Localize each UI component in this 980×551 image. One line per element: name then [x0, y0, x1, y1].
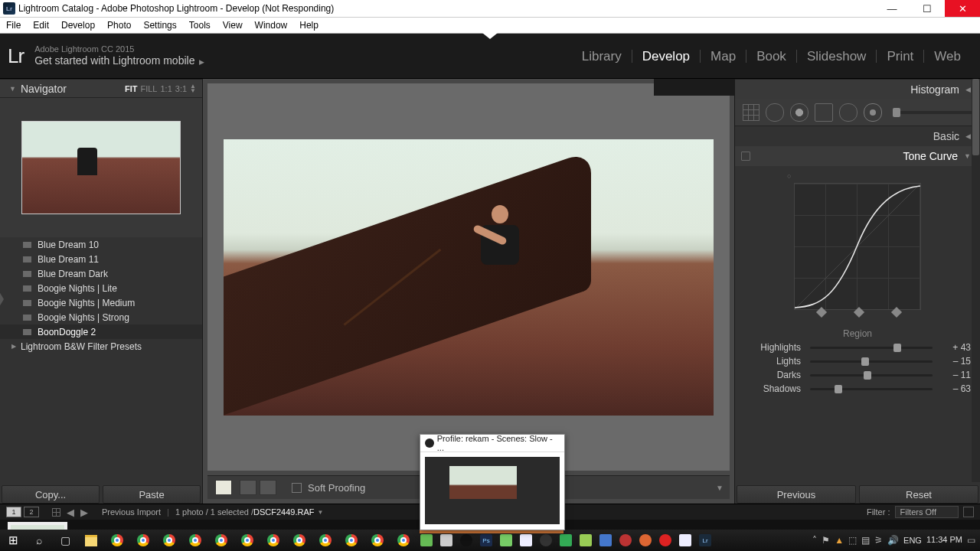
photo-canvas[interactable]	[224, 139, 714, 416]
search-button[interactable]: ⌕	[26, 530, 52, 551]
spot-tool-icon[interactable]	[766, 103, 784, 122]
shadows-slider[interactable]	[810, 388, 933, 390]
paste-button[interactable]: Paste	[103, 485, 201, 504]
radial-filter-icon[interactable]	[839, 103, 858, 122]
darks-value[interactable]: – 11	[937, 370, 971, 380]
task-icon[interactable]	[635, 530, 655, 551]
module-develop[interactable]: Develop	[632, 50, 701, 63]
zoom-fit[interactable]: FIT	[125, 84, 138, 93]
zoom-fill[interactable]: FILL	[140, 84, 157, 93]
redeye-tool-icon[interactable]	[790, 103, 808, 122]
brush-size-slider[interactable]	[893, 111, 972, 114]
module-print[interactable]: Print	[877, 50, 924, 63]
preset-item[interactable]: Blue Dream 11	[0, 252, 202, 266]
preset-folder[interactable]: ▶Lightroom B&W Filter Presets	[0, 339, 202, 354]
navigator-thumbnail[interactable]	[21, 121, 181, 214]
file-explorer-icon[interactable]	[78, 530, 104, 551]
brush-tool-icon[interactable]	[864, 103, 882, 122]
chrome-icon[interactable]	[312, 530, 338, 551]
chrome-icon[interactable]	[260, 530, 286, 551]
right-scrollbar[interactable]	[972, 79, 980, 482]
task-icon[interactable]	[616, 530, 635, 551]
nav-forward-icon[interactable]: ▶	[77, 507, 91, 518]
menu-view[interactable]: View	[217, 18, 249, 33]
module-library[interactable]: Library	[572, 50, 632, 63]
action-center-icon[interactable]: ▭	[967, 535, 975, 546]
menu-settings[interactable]: Settings	[137, 18, 182, 33]
source-label[interactable]: Previous Import	[102, 507, 161, 517]
lightroom-task-icon[interactable]: Lr	[695, 530, 715, 551]
left-panel-handle[interactable]	[0, 292, 4, 307]
before-after-split-button[interactable]	[260, 480, 276, 495]
tone-curve-target-icon[interactable]	[741, 152, 750, 161]
menu-develop[interactable]: Develop	[55, 18, 101, 33]
chrome-icon[interactable]	[364, 530, 390, 551]
zoom-stepper-icon[interactable]: ▲▼	[190, 84, 196, 93]
chrome-icon[interactable]	[234, 530, 260, 551]
menu-photo[interactable]: Photo	[101, 18, 137, 33]
task-icon[interactable]	[596, 530, 616, 551]
filter-lock-icon[interactable]	[963, 507, 974, 517]
task-icon[interactable]	[576, 530, 596, 551]
tone-curve-graph[interactable]	[794, 183, 921, 310]
wifi-icon[interactable]: ⚞	[874, 535, 883, 546]
filename-dropdown-icon[interactable]: ▼	[318, 509, 324, 516]
preset-item[interactable]: Blue Dream 10	[0, 237, 202, 252]
maximize-button[interactable]: ☐	[910, 0, 945, 17]
highlights-value[interactable]: + 43	[937, 342, 971, 353]
filter-dropdown[interactable]: Filters Off	[895, 506, 959, 518]
task-icon[interactable]	[675, 530, 695, 551]
grid-view-icon[interactable]	[52, 508, 60, 517]
module-map[interactable]: Map	[701, 50, 746, 63]
highlights-slider[interactable]	[810, 347, 933, 349]
tray-icon[interactable]: ▲	[835, 535, 844, 546]
menu-tools[interactable]: Tools	[183, 18, 217, 33]
minimize-button[interactable]: ―	[874, 0, 910, 17]
soft-proof-checkbox[interactable]	[292, 483, 302, 493]
menu-help[interactable]: Help	[293, 18, 325, 33]
chrome-icon[interactable]	[390, 530, 416, 551]
start-button[interactable]: ⊞	[0, 530, 26, 551]
shadows-value[interactable]: – 63	[937, 383, 971, 394]
top-panel-handle[interactable]	[482, 33, 498, 39]
mobile-prompt[interactable]: Get started with Lightroom mobile	[34, 54, 194, 67]
histogram-header[interactable]: Histogram ◀	[735, 79, 980, 99]
current-filename[interactable]: DSCF2449.RAF	[253, 507, 314, 517]
chrome-icon[interactable]	[130, 530, 156, 551]
tone-curve-panel-header[interactable]: Tone Curve ▼	[735, 146, 980, 166]
lights-slider[interactable]	[810, 360, 933, 363]
module-slideshow[interactable]: Slideshow	[797, 50, 877, 63]
navigator-header[interactable]: ▼ Navigator FIT FILL 1:1 3:1 ▲▼	[0, 79, 202, 98]
chrome-icon[interactable]	[208, 530, 234, 551]
previous-button[interactable]: Previous	[737, 485, 856, 504]
menu-edit[interactable]: Edit	[27, 18, 55, 33]
darks-slider[interactable]	[810, 374, 933, 377]
copy-button[interactable]: Copy...	[2, 485, 100, 504]
chrome-icon[interactable]	[156, 530, 182, 551]
taskbar-preview[interactable]: Profile: rekam - Scenes: Slow - ...	[420, 434, 565, 530]
secondary-display-button[interactable]: 2	[24, 507, 39, 517]
module-web[interactable]: Web	[924, 50, 971, 63]
menu-file[interactable]: File	[0, 18, 27, 33]
menu-window[interactable]: Window	[249, 18, 294, 33]
tray-icon[interactable]: ⬚	[848, 535, 857, 546]
close-button[interactable]: ✕	[945, 0, 980, 17]
nav-back-icon[interactable]: ◀	[64, 507, 77, 518]
toolbar-more-icon[interactable]: ▼	[716, 484, 724, 492]
clock[interactable]: 11:34 PM	[926, 536, 962, 545]
loupe-view-button[interactable]	[215, 480, 232, 495]
lights-value[interactable]: – 15	[937, 356, 971, 367]
preset-item[interactable]: Boogie Nights | Strong	[0, 310, 202, 324]
preset-item[interactable]: Blue Dream Dark	[0, 266, 202, 281]
chrome-icon[interactable]	[338, 530, 364, 551]
language-indicator[interactable]: ENG	[903, 536, 922, 545]
zoom-3-1[interactable]: 3:1	[175, 84, 187, 93]
chrome-icon[interactable]	[286, 530, 312, 551]
chrome-icon[interactable]	[104, 530, 130, 551]
chrome-icon[interactable]	[182, 530, 208, 551]
network-icon[interactable]: ▤	[861, 535, 870, 546]
crop-tool-icon[interactable]	[743, 104, 760, 121]
preset-item[interactable]: Boogie Nights | Medium	[0, 295, 202, 310]
basic-panel-header[interactable]: Basic ◀	[735, 126, 980, 146]
task-view-button[interactable]: ▢	[52, 530, 78, 551]
